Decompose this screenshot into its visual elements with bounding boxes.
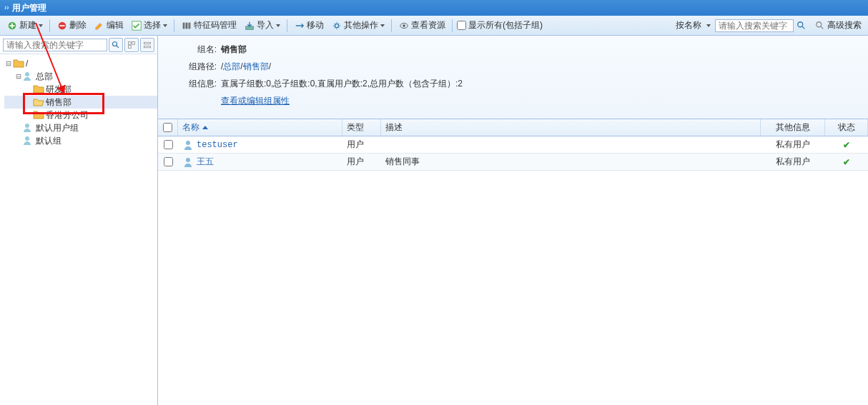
- tree-node-default-group[interactable]: 默认组: [4, 134, 157, 147]
- row-checkbox[interactable]: [158, 140, 178, 149]
- header-checkbox[interactable]: [158, 119, 178, 136]
- group-info-label: 组信息:: [178, 77, 217, 90]
- grid-header: 名称 类型 描述 其他信息 状态: [158, 119, 868, 136]
- user-icon: [182, 156, 194, 168]
- svg-rect-19: [144, 42, 151, 44]
- svg-rect-2: [60, 25, 65, 26]
- tree-search-input[interactable]: [3, 39, 107, 51]
- user-group-icon: [23, 135, 34, 146]
- tree-node-rd[interactable]: 研发部: [4, 83, 157, 96]
- move-button[interactable]: 移动: [290, 18, 327, 33]
- search-by-label: 按名称: [676, 19, 701, 31]
- user-group-icon: [23, 122, 34, 134]
- svg-rect-17: [132, 41, 135, 44]
- search-button[interactable]: [794, 19, 811, 33]
- svg-rect-4: [183, 22, 184, 29]
- edit-group-props-link[interactable]: 查看或编辑组属性: [221, 96, 290, 106]
- tree-collapse-button[interactable]: [140, 38, 154, 52]
- cell-other: 私有用户: [761, 139, 825, 151]
- folder-icon: [33, 84, 44, 95]
- table-row[interactable]: 王五用户销售同事私有用户✔: [158, 154, 868, 171]
- tree-node-root[interactable]: ⊟ /: [4, 57, 157, 70]
- breadcrumb-root[interactable]: 总部: [223, 61, 240, 71]
- show-all-label: 显示所有(包括子组): [468, 19, 543, 31]
- show-all-checkbox[interactable]: [457, 21, 466, 30]
- view-resource-button[interactable]: 查看资源: [395, 18, 449, 33]
- user-link[interactable]: 王五: [197, 156, 214, 168]
- tree-node-sales[interactable]: 销售部: [4, 96, 157, 109]
- select-button[interactable]: 选择: [127, 18, 171, 33]
- svg-point-22: [25, 124, 29, 128]
- svg-rect-7: [188, 22, 189, 29]
- svg-point-25: [186, 158, 190, 162]
- tree-search-button[interactable]: [109, 38, 123, 52]
- feature-code-button[interactable]: 特征码管理: [177, 18, 240, 33]
- cell-state: ✔: [825, 157, 868, 167]
- tree-node-default-user[interactable]: 默认用户组: [4, 121, 157, 134]
- new-button[interactable]: 新建: [3, 18, 46, 33]
- caret-down-icon: [39, 24, 43, 27]
- svg-rect-20: [144, 46, 151, 47]
- check-icon: [131, 20, 142, 31]
- group-name-value: 销售部: [221, 44, 247, 54]
- import-button[interactable]: 导入: [240, 18, 284, 33]
- edit-icon: [94, 20, 105, 31]
- group-info-value: 直属子组数:0,总子组数:0,直属用户数:2,总用户数（包含子组）:2: [221, 77, 463, 90]
- folder-open-icon: [33, 96, 44, 108]
- titlebar: ›› 用户管理: [0, 0, 868, 16]
- breadcrumb-current[interactable]: 销售部: [243, 61, 269, 71]
- edit-button[interactable]: 编辑: [90, 18, 127, 33]
- caret-down-icon[interactable]: [706, 24, 711, 27]
- content-panel: 组名: 销售部 组路径: /总部/销售部/ 组信息: 直属子组数:0,总子组数:…: [158, 36, 868, 405]
- svg-rect-5: [184, 22, 185, 29]
- svg-rect-8: [189, 22, 191, 29]
- folder-icon: [13, 58, 24, 69]
- user-group-icon: [23, 71, 34, 82]
- svg-point-24: [186, 141, 190, 145]
- caret-down-icon: [163, 24, 167, 27]
- svg-point-15: [113, 41, 117, 46]
- user-icon: [182, 139, 194, 151]
- tree-expand-button[interactable]: [124, 38, 139, 52]
- sort-asc-icon: [202, 126, 208, 129]
- breadcrumb: /总部/销售部/: [221, 60, 271, 73]
- svg-rect-6: [186, 22, 187, 29]
- column-desc[interactable]: 描述: [381, 119, 761, 136]
- caret-down-icon: [380, 24, 385, 27]
- delete-icon: [56, 20, 68, 31]
- search-icon: [796, 20, 807, 31]
- group-info-panel: 组名: 销售部 组路径: /总部/销售部/ 组信息: 直属子组数:0,总子组数:…: [158, 36, 868, 119]
- toolbar: 新建 删除 编辑 选择 特征码管理 导入 移动 其他操作 查看资源 显示所有(包…: [0, 16, 868, 36]
- svg-point-23: [25, 136, 29, 141]
- column-name[interactable]: 名称: [178, 119, 342, 136]
- cell-type: 用户: [342, 156, 381, 168]
- advanced-search-button[interactable]: 高级搜索: [811, 18, 865, 33]
- svg-rect-18: [129, 45, 132, 48]
- tree-node-hk[interactable]: 香港分公司: [4, 109, 157, 121]
- svg-point-10: [335, 24, 338, 27]
- group-name-label: 组名:: [178, 43, 217, 56]
- svg-rect-16: [129, 41, 132, 44]
- svg-point-21: [25, 72, 29, 76]
- caret-down-icon: [276, 24, 280, 27]
- barcode-icon: [181, 20, 192, 31]
- column-type[interactable]: 类型: [342, 119, 381, 136]
- cell-other: 私有用户: [761, 156, 825, 168]
- cell-state: ✔: [825, 140, 868, 150]
- sidebar: ⊟ / ⊟ 总部 研发部 销售部 香港分公司: [0, 36, 158, 405]
- user-link[interactable]: testuser: [197, 140, 238, 150]
- user-grid: 名称 类型 描述 其他信息 状态 testuser用户私有用户✔王五用户销售同事…: [158, 119, 868, 405]
- status-ok-icon: ✔: [843, 157, 850, 167]
- column-other[interactable]: 其他信息: [761, 119, 825, 136]
- delete-button[interactable]: 删除: [53, 18, 90, 33]
- tree-node-hq[interactable]: ⊟ 总部: [4, 70, 157, 83]
- column-state[interactable]: 状态: [825, 119, 868, 136]
- table-row[interactable]: testuser用户私有用户✔: [158, 136, 868, 154]
- sidebar-search: [0, 36, 157, 54]
- cell-type: 用户: [342, 139, 381, 151]
- search-input[interactable]: [715, 19, 794, 32]
- status-ok-icon: ✔: [843, 140, 850, 150]
- other-ops-button[interactable]: 其他操作: [327, 18, 388, 33]
- svg-point-13: [798, 21, 803, 26]
- row-checkbox[interactable]: [158, 157, 178, 166]
